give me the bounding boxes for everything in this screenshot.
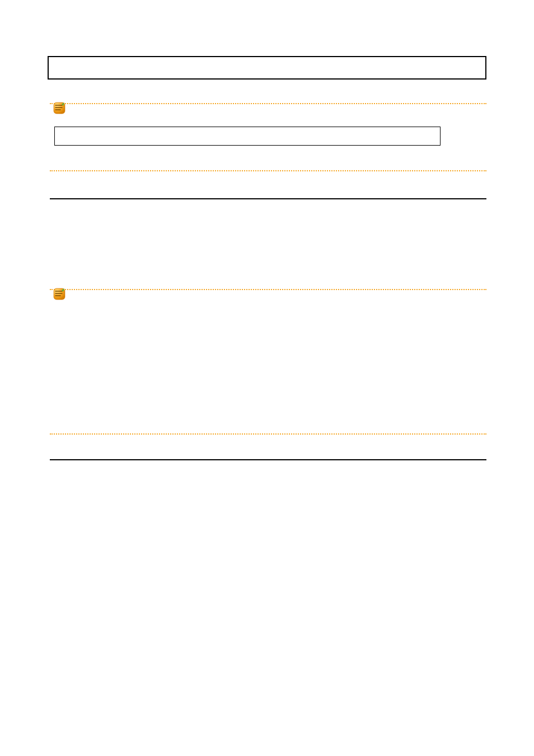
note-icon [52, 101, 68, 116]
content-box [54, 127, 441, 146]
title-box [48, 56, 486, 80]
section-2 [48, 289, 486, 460]
section-divider-dotted [50, 170, 486, 171]
section-divider-dotted [50, 289, 486, 290]
section-1 [48, 103, 486, 199]
note-icon [52, 287, 68, 302]
section-divider-solid [50, 198, 486, 199]
section-divider-solid [50, 459, 486, 460]
section-divider-dotted [50, 103, 486, 104]
section-divider-dotted [50, 433, 486, 435]
